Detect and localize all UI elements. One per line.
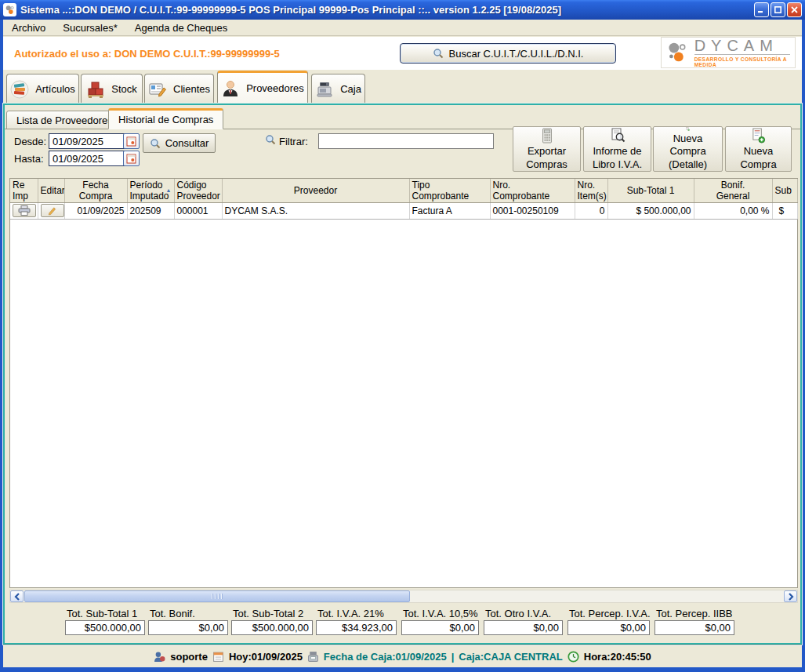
total-iva105-value: $0,00	[401, 620, 479, 635]
total-subtotal1-value: $500.000,00	[65, 620, 145, 635]
scroll-right-button[interactable]	[784, 590, 797, 602]
books-icon	[10, 80, 29, 99]
dycam-logo: DYCAM DESARROLLO Y CONSULTORÍA A MEDIDA	[661, 37, 796, 68]
businessman-icon	[221, 79, 240, 98]
col-subtotal-1[interactable]: Sub-Total 1	[607, 179, 694, 202]
cell-bonif-general: 0,00 %	[694, 202, 772, 219]
scrollbar-thumb[interactable]	[24, 590, 410, 602]
tab-caja[interactable]: Caja	[311, 74, 365, 104]
scrollbar-grip	[212, 594, 223, 599]
consultar-button[interactable]: Consultar	[143, 133, 216, 153]
logo-name: DYCAM	[694, 38, 790, 55]
status-user: soporte	[170, 651, 208, 663]
authorized-text: Autorizado el uso a: DON DEMO C.U.I.T.:9…	[14, 48, 280, 60]
report-magnifier-icon	[610, 128, 626, 143]
action-label-line1: Nueva	[744, 145, 774, 158]
tab-stock[interactable]: Stock	[81, 74, 143, 104]
minimize-button[interactable]	[754, 2, 769, 17]
cell-fecha-compra: 01/09/2025	[64, 202, 127, 219]
close-button[interactable]	[787, 2, 802, 17]
header-strip: Autorizado el uso a: DON DEMO C.U.I.T.:9…	[3, 37, 802, 70]
new-purchase-icon	[751, 128, 766, 143]
app-body: Archivo Sucursales* Agenda de Cheques Au…	[3, 20, 802, 667]
action-label-line1: Informe de	[593, 145, 641, 158]
col-periodo-imputado[interactable]: Período Imputado ▲	[127, 179, 174, 202]
col-nro-comprobante[interactable]: Nro. Comprobante	[490, 179, 575, 202]
chevron-right-icon	[788, 593, 794, 601]
action-label-line2: Compra	[740, 158, 776, 171]
sort-asc-icon: ▲	[166, 187, 172, 193]
informe-libro-iva-button[interactable]: Informe de Libro I.V.A.	[583, 126, 651, 172]
menu-agenda-cheques[interactable]: Agenda de Cheques	[126, 20, 237, 35]
total-iva21-value: $34.923,00	[316, 620, 397, 635]
nueva-compra-button[interactable]: Nueva Compra	[725, 126, 792, 172]
title-bar[interactable]: Sistema ..::DON DEMO / C.U.I.T.:99-99999…	[0, 0, 805, 20]
hasta-label: Hasta:	[14, 153, 44, 165]
cell-nro-comprobante: 0001-00250109	[490, 202, 575, 219]
action-label-line1: Exportar	[528, 145, 566, 158]
subtab-label: Historial de Compras	[118, 114, 213, 125]
cell-subtotal-1: $ 500.000,00	[607, 202, 694, 219]
tab-articulos[interactable]: Artículos	[6, 74, 79, 104]
buscar-button-label: Buscar C.U.I.T./C.U.I.L./D.N.I.	[449, 48, 584, 60]
card-pencil-icon	[148, 80, 167, 99]
desde-input[interactable]	[49, 133, 127, 149]
hasta-input[interactable]	[49, 151, 127, 166]
search-icon	[150, 138, 161, 149]
filtrar-label: Filtrar:	[279, 136, 308, 147]
col-reimp[interactable]: Re Imp	[10, 179, 38, 202]
status-bar: soporte Hoy:01/09/2025 Fecha de Caja:01/…	[3, 645, 802, 667]
calendar-icon	[212, 651, 224, 663]
tab-clientes[interactable]: Clientes	[144, 74, 214, 104]
col-codigo-proveedor[interactable]: Código Proveedor	[174, 179, 222, 202]
printer-icon	[18, 205, 31, 216]
total-label: Tot. I.V.A. 21%	[317, 608, 384, 619]
desde-label: Desde:	[14, 136, 46, 147]
reprint-button[interactable]	[13, 204, 36, 217]
col-subtotal-2-partial[interactable]: Sub	[772, 179, 797, 202]
col-nro-items[interactable]: Nro. Item(s)	[575, 179, 607, 202]
tab-label: Proveedores	[246, 82, 304, 94]
cell-periodo-imputado: 202509	[127, 202, 174, 219]
subtab-historial-compras[interactable]: Historial de Compras	[108, 108, 223, 129]
menu-sucursales[interactable]: Sucursales*	[54, 20, 125, 35]
cell-tipo-comprobante: Factura A	[409, 202, 490, 219]
total-label: Tot. Otro I.V.A.	[485, 608, 551, 619]
maximize-button[interactable]	[771, 2, 785, 17]
buscar-cuit-button[interactable]: Buscar C.U.I.T./C.U.I.L./D.N.I.	[400, 43, 616, 64]
col-editar[interactable]: Editar	[38, 179, 64, 202]
total-label: Tot. Sub-Total 1	[67, 608, 137, 619]
hasta-calendar-button[interactable]	[123, 151, 140, 166]
cell-nro-items: 0	[575, 202, 607, 219]
total-label: Tot. I.V.A. 10,5%	[403, 608, 478, 619]
filtrar-input[interactable]	[318, 133, 494, 149]
total-otro-iva-value: $0,00	[484, 620, 563, 635]
status-register: Caja:CAJA CENTRAL	[459, 651, 562, 663]
col-bonif-general[interactable]: Bonif. General	[694, 179, 772, 202]
table-row[interactable]: 01/09/2025 202509 000001 DYCAM S.A.S. Fa…	[10, 202, 797, 219]
horizontal-scrollbar[interactable]	[9, 590, 798, 603]
tab-proveedores[interactable]: Proveedores	[217, 71, 308, 104]
desde-calendar-button[interactable]	[123, 133, 140, 149]
edit-button[interactable]	[41, 204, 64, 217]
action-label-line2: (Detalle)	[669, 158, 707, 171]
dycam-mini-logo-icon	[5, 5, 15, 15]
logo-tagline: DESARROLLO Y CONSULTORÍA A MEDIDA	[694, 56, 790, 67]
col-tipo-comprobante[interactable]: Tipo Comprobante	[409, 179, 490, 202]
tab-label: Stock	[111, 83, 137, 95]
col-proveedor[interactable]: Proveedor	[222, 179, 409, 202]
status-separator: |	[451, 651, 455, 663]
menu-archivo[interactable]: Archivo	[3, 20, 54, 35]
tab-label: Clientes	[173, 83, 210, 95]
window-title: Sistema ..::DON DEMO / C.U.I.T.:99-99999…	[20, 4, 754, 16]
purchases-grid: Re Imp Editar Fecha Compra	[9, 178, 798, 588]
nueva-compra-detalle-button[interactable]: Nueva Compra (Detalle)	[653, 126, 723, 172]
cell-reimprimir	[10, 202, 38, 219]
action-label-line1: Nueva Compra	[654, 133, 722, 158]
subtab-lista-proveedores[interactable]: Lista de Proveedores	[6, 111, 123, 129]
minimize-icon	[758, 6, 765, 13]
status-today: Hoy:01/09/2025	[229, 651, 303, 663]
exportar-compras-button[interactable]: Exportar Compras	[513, 126, 581, 172]
col-fecha-compra[interactable]: Fecha Compra	[64, 179, 127, 202]
scroll-left-button[interactable]	[10, 590, 24, 602]
